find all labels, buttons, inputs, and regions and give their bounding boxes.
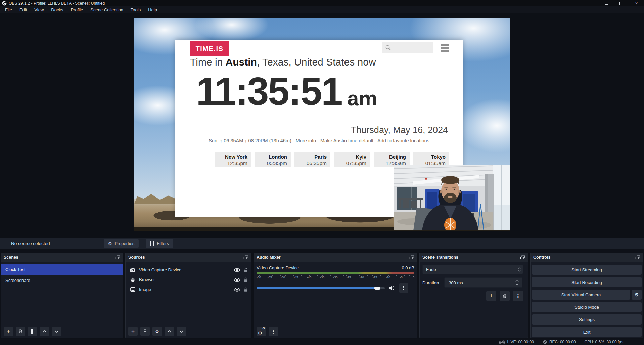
- audio-mixer-panel: Audio Mixer Video Capture Device 0.0 dB …: [254, 253, 417, 338]
- exit-button[interactable]: Exit: [532, 327, 642, 337]
- remove-scene-button[interactable]: [16, 327, 25, 336]
- menu-docks[interactable]: Docks: [47, 6, 67, 13]
- chevron-up-icon: [43, 330, 47, 333]
- popout-icon: [243, 255, 248, 260]
- move-source-up-button[interactable]: [165, 327, 174, 336]
- volume-slider-handle[interactable]: [374, 287, 380, 290]
- maximize-button[interactable]: [614, 0, 629, 6]
- kebab-icon: ⋮: [271, 329, 276, 334]
- menu-scene-collection[interactable]: Scene Collection: [87, 6, 127, 13]
- lock-icon[interactable]: [244, 268, 248, 272]
- scene-item-clock-test[interactable]: Clock Test: [1, 264, 123, 275]
- menu-view[interactable]: View: [31, 6, 47, 13]
- menu-edit[interactable]: Edit: [16, 6, 31, 13]
- dock-area: Scenes Clock Test Screenshare +: [0, 249, 644, 339]
- source-item-image[interactable]: Image: [126, 285, 251, 294]
- record-inactive-icon: [543, 340, 547, 344]
- transition-menu-button[interactable]: ⋮: [513, 291, 523, 301]
- hamburger-menu-icon: [441, 44, 449, 52]
- spin-down-icon[interactable]: [515, 283, 519, 285]
- chevron-down-icon: [179, 330, 183, 333]
- close-button[interactable]: ×: [629, 0, 644, 6]
- lock-icon[interactable]: [244, 277, 248, 282]
- chevron-down-icon: [55, 330, 59, 333]
- menu-file[interactable]: File: [1, 6, 16, 13]
- mixer-menu-button[interactable]: ⋮: [269, 327, 278, 336]
- gear-icon: ⚙: [155, 329, 159, 334]
- visibility-eye-icon[interactable]: [234, 288, 240, 292]
- speaker-icon[interactable]: [389, 286, 395, 291]
- popout-icon: [409, 255, 414, 260]
- rec-status: REC: 00:00:00: [543, 340, 576, 344]
- cloud: [195, 18, 269, 42]
- menu-profile[interactable]: Profile: [67, 6, 87, 13]
- advanced-audio-button[interactable]: ⚙⚙: [257, 327, 266, 336]
- channel-menu-button[interactable]: ⋮: [399, 283, 408, 293]
- duration-spinbox[interactable]: 300 ms: [444, 277, 522, 288]
- select-arrows: [515, 265, 523, 274]
- cloud: [457, 99, 510, 153]
- scene-item-screenshare[interactable]: Screenshare: [1, 275, 123, 286]
- scene-filters-button[interactable]: [28, 327, 37, 336]
- volume-slider[interactable]: [257, 287, 385, 289]
- remove-source-button[interactable]: [140, 327, 150, 336]
- source-item-video-capture[interactable]: Video Capture Device: [126, 265, 251, 275]
- remove-transition-button[interactable]: [500, 291, 510, 301]
- start-streaming-button[interactable]: Start Streaming: [532, 265, 642, 275]
- transition-select[interactable]: Fade: [422, 265, 523, 274]
- minimize-button[interactable]: [599, 0, 614, 6]
- start-virtual-camera-button[interactable]: Start Virtual Camera: [532, 290, 630, 300]
- kebab-icon: ⋮: [401, 285, 406, 291]
- audio-mixer-header: Audio Mixer: [254, 253, 417, 262]
- plus-icon: +: [490, 293, 493, 299]
- duration-label: Duration: [422, 280, 439, 285]
- more-info-link: More info: [296, 138, 316, 144]
- visibility-eye-icon[interactable]: [234, 278, 240, 282]
- add-source-button[interactable]: +: [128, 327, 138, 336]
- duration-value: 300 ms: [445, 280, 513, 285]
- make-default-link: Make Austin time default: [320, 138, 373, 144]
- move-source-down-button[interactable]: [177, 327, 186, 336]
- timeis-clock: 11:35:51 am: [196, 72, 377, 111]
- add-scene-button[interactable]: +: [4, 327, 13, 336]
- volume-meter: [257, 272, 414, 274]
- webcam-video-source: [394, 165, 510, 230]
- virtual-camera-config-button[interactable]: ⚙: [632, 290, 642, 300]
- source-item-browser[interactable]: Browser: [126, 275, 251, 285]
- lock-icon[interactable]: [244, 287, 248, 292]
- timeis-heading: Time in Austin, Texas, United States now: [190, 56, 376, 68]
- studio-mode-button[interactable]: Studio Mode: [532, 302, 642, 312]
- status-bar: LIVE: 00:00:00 REC: 00:00:00 CPU: 0.6%, …: [0, 339, 644, 345]
- move-scene-down-button[interactable]: [52, 327, 61, 336]
- menu-tools[interactable]: Tools: [127, 6, 144, 13]
- volume-slider-fill: [257, 287, 376, 289]
- sources-panel: Sources Video Capture Device: [125, 253, 251, 338]
- preview-area: TIME.IS Time in Austin, Texas, United St…: [0, 13, 644, 238]
- spin-up-icon[interactable]: [515, 280, 519, 282]
- controls-header: Controls: [531, 253, 643, 262]
- chevron-up-icon: [167, 330, 171, 333]
- add-transition-button[interactable]: +: [486, 291, 496, 301]
- source-properties-button[interactable]: ⚙: [152, 327, 162, 336]
- menu-help[interactable]: Help: [144, 6, 161, 13]
- start-recording-button[interactable]: Start Recording: [532, 277, 642, 287]
- city-card: Paris06:35pm: [294, 152, 330, 167]
- gear-icon: ⚙: [108, 241, 112, 246]
- scene-transitions-panel: Scene Transitions Fade Duration 300 ms: [419, 253, 528, 338]
- transition-selected-value: Fade: [423, 267, 515, 272]
- meter-tick-labels: -60 -55 -50 -45 -40 -35 -30 -25 -20 -15 …: [257, 276, 414, 280]
- properties-button[interactable]: ⚙ Properties: [104, 239, 139, 248]
- timeis-date: Thursday, May 16, 2024: [351, 125, 448, 135]
- visibility-eye-icon[interactable]: [234, 268, 240, 272]
- scene-transitions-header: Scene Transitions: [420, 253, 528, 262]
- filters-button[interactable]: Filters: [146, 239, 173, 248]
- popout-icon: [520, 255, 525, 260]
- stream-inactive-icon: [499, 340, 505, 344]
- preview-canvas[interactable]: TIME.IS Time in Austin, Texas, United St…: [134, 18, 510, 231]
- sources-toolbar: + ⚙: [126, 325, 251, 338]
- settings-button[interactable]: Settings: [532, 314, 642, 325]
- add-favorite-link: Add to favorite locations: [377, 138, 429, 144]
- sun-info-line: Sun: ↑ 06:35AM ↓ 08:20PM (13h 46m) - Mor…: [189, 138, 449, 143]
- audio-mixer-toolbar: ⚙⚙ ⋮: [254, 325, 417, 338]
- move-scene-up-button[interactable]: [40, 327, 49, 336]
